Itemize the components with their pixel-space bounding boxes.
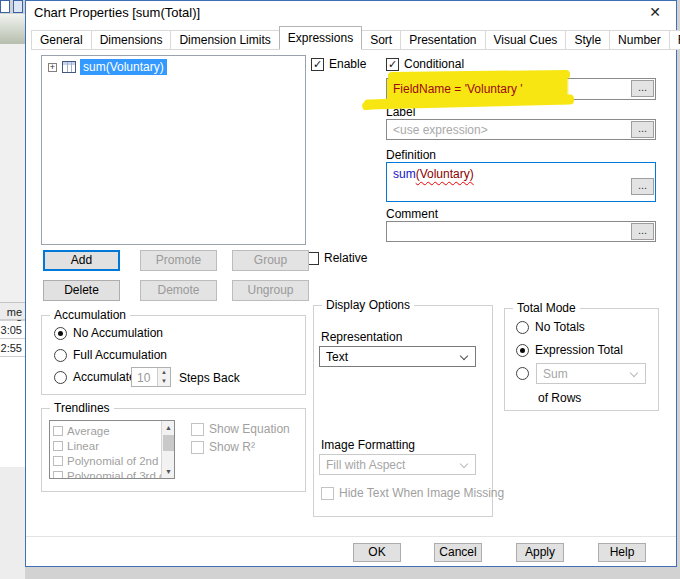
comment-input[interactable] (386, 221, 656, 242)
definition-input[interactable]: sum(Voluntary) (386, 162, 656, 202)
dialog-title: Chart Properties [sum(Total)] (34, 5, 200, 20)
tab-expressions[interactable]: Expressions (279, 26, 362, 50)
radio-icon (54, 349, 67, 362)
radio-no-accumulation[interactable]: No Accumulation (54, 326, 163, 340)
trendline-item-polynomial-3rd[interactable]: Polynomial of 3rd d (50, 468, 174, 479)
demote-button[interactable]: Demote (140, 280, 217, 301)
tab-visual-cues[interactable]: Visual Cues (485, 30, 567, 50)
close-icon: ✕ (649, 4, 661, 20)
trendline-item-average[interactable]: Average (50, 423, 174, 438)
relative-checkbox[interactable]: Relative (306, 251, 367, 265)
chevron-down-icon (630, 369, 638, 377)
tab-font[interactable]: Font (669, 30, 680, 50)
radio-accumulate[interactable]: Accumulate (54, 370, 136, 384)
ellipsis-icon: ... (638, 122, 647, 134)
conditional-checkbox[interactable]: ✓ Conditional (386, 57, 464, 71)
tab-general[interactable]: General (31, 30, 92, 50)
tab-presentation[interactable]: Presentation (400, 30, 485, 50)
radio-aggregation-total[interactable] (516, 367, 529, 380)
background-app-icon (0, 0, 10, 13)
image-formatting-label: Image Formatting (321, 438, 415, 452)
spinner-up-icon[interactable]: ▲ (158, 368, 170, 377)
background-app-icon (13, 0, 23, 13)
expression-list[interactable]: + sum(Voluntary) (41, 55, 306, 245)
representation-select[interactable]: Text (319, 346, 476, 367)
cancel-button[interactable]: Cancel (434, 543, 482, 562)
comment-caption: Comment (386, 207, 438, 221)
radio-icon (54, 371, 67, 384)
footer-divider (26, 536, 676, 537)
tab-dimension-limits[interactable]: Dimension Limits (170, 30, 279, 50)
spinner-down-icon[interactable]: ▼ (158, 377, 170, 386)
trendlines-list[interactable]: Average Linear Polynomial of 2nd d Polyn… (49, 420, 175, 479)
show-equation-checkbox[interactable]: Show Equation (191, 422, 290, 436)
radio-expression-total[interactable]: Expression Total (516, 343, 623, 357)
add-button[interactable]: Add (43, 250, 120, 271)
show-r2-checkbox[interactable]: Show R² (191, 440, 255, 454)
label-input[interactable]: <use expression> (386, 119, 656, 140)
trendline-item-polynomial-2nd[interactable]: Polynomial of 2nd d (50, 453, 174, 468)
checkbox-icon (53, 456, 63, 466)
image-formatting-select[interactable]: Fill with Aspect (319, 454, 476, 475)
help-button[interactable]: Help (598, 543, 646, 562)
apply-button[interactable]: Apply (516, 543, 564, 562)
ellipsis-icon: ... (638, 81, 647, 93)
background-table-cell: 3:05 (0, 321, 25, 339)
ungroup-button[interactable]: Ungroup (232, 280, 309, 301)
ok-button[interactable]: OK (353, 543, 401, 562)
radio-icon (516, 367, 529, 380)
checkbox-icon (53, 426, 63, 436)
trendlines-scrollbar[interactable]: ▲ ▼ (161, 421, 174, 478)
steps-spinner[interactable]: 10 ▲ ▼ (131, 367, 171, 387)
expression-tree-row: + sum(Voluntary) (44, 59, 303, 75)
promote-button[interactable]: Promote (140, 250, 217, 271)
background-table-header: me 2 (0, 302, 25, 320)
group-button[interactable]: Group (232, 250, 309, 271)
definition-browse-button[interactable]: ... (631, 178, 654, 195)
checkbox-icon (53, 441, 63, 451)
steps-back-label: Steps Back (179, 371, 240, 385)
comment-browse-button[interactable]: ... (631, 223, 654, 240)
ellipsis-icon: ... (638, 224, 647, 236)
close-button[interactable]: ✕ (644, 3, 666, 22)
hide-text-checkbox[interactable]: Hide Text When Image Missing (321, 486, 504, 500)
label-browse-button[interactable]: ... (631, 121, 654, 138)
expression-item-selected[interactable]: sum(Voluntary) (80, 59, 167, 75)
check-icon: ✓ (312, 59, 323, 70)
tab-sort[interactable]: Sort (361, 30, 401, 50)
background-table-cell: 2:55 (0, 339, 25, 357)
scrollbar-thumb[interactable] (163, 435, 174, 451)
radio-icon (516, 321, 529, 334)
radio-selected-icon (54, 327, 67, 340)
tab-bar: General Dimensions Dimension Limits Expr… (31, 26, 680, 50)
background-panel (0, 467, 25, 579)
aggregation-select[interactable]: Sum (536, 363, 646, 384)
chart-properties-dialog: Chart Properties [sum(Total)] ✕ General … (25, 0, 677, 567)
check-icon: ✓ (387, 59, 398, 70)
expression-table-icon (62, 61, 76, 73)
tab-style[interactable]: Style (565, 30, 610, 50)
background-panel (0, 357, 25, 467)
definition-caption: Definition (386, 148, 436, 162)
trendline-item-linear[interactable]: Linear (50, 438, 174, 453)
radio-full-accumulation[interactable]: Full Accumulation (54, 348, 167, 362)
enable-checkbox[interactable]: ✓ Enable (311, 57, 366, 71)
radio-selected-icon (516, 344, 529, 357)
tab-number[interactable]: Number (609, 30, 670, 50)
scrollbar-down-icon[interactable]: ▼ (162, 465, 175, 478)
radio-no-totals[interactable]: No Totals (516, 320, 585, 334)
expand-plus-icon[interactable]: + (48, 63, 57, 72)
delete-button[interactable]: Delete (43, 280, 120, 301)
conditional-browse-button[interactable]: ... (631, 80, 654, 97)
checkbox-icon (53, 471, 63, 480)
background-panel (0, 44, 25, 302)
chevron-down-icon (460, 352, 468, 360)
representation-label: Representation (321, 330, 402, 344)
of-rows-label: of Rows (538, 391, 581, 405)
scrollbar-up-icon[interactable]: ▲ (162, 421, 175, 434)
ellipsis-icon: ... (638, 179, 647, 191)
background-toolbar (0, 14, 25, 44)
chevron-down-icon (460, 460, 468, 468)
tab-dimensions[interactable]: Dimensions (91, 30, 172, 50)
